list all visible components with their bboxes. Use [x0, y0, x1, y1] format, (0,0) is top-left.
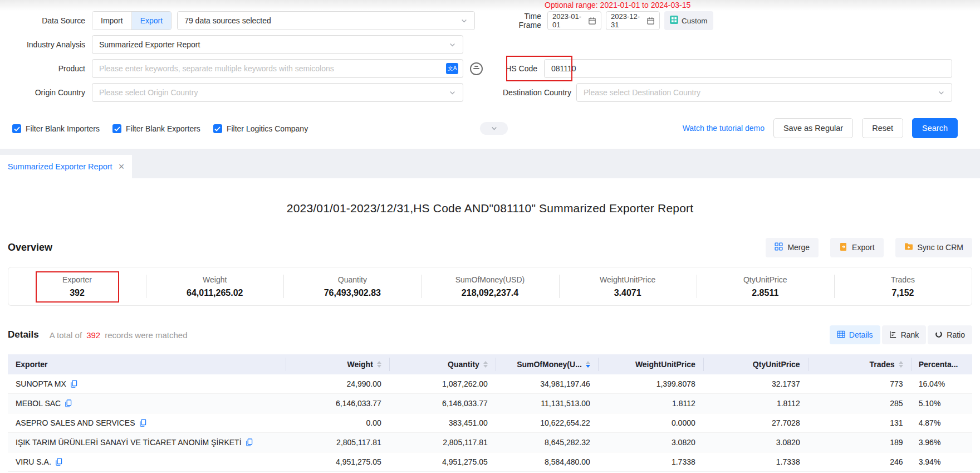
- cell-trades: 246: [808, 452, 911, 471]
- export-label: Export: [852, 243, 874, 252]
- cell-exporter: ASEPRO SALES AND SERVICES: [8, 413, 286, 432]
- folder-sync-icon: [904, 242, 913, 252]
- filter-blank-importers-checkbox[interactable]: Filter Blank Importers: [12, 124, 100, 133]
- export-toggle-button[interactable]: Export: [131, 12, 171, 30]
- sort-asc-caret[interactable]: [483, 361, 488, 364]
- checkbox-checked-icon: [12, 124, 21, 133]
- view-ratio-button[interactable]: Ratio: [928, 325, 972, 344]
- column-header-label: Exporter: [16, 360, 48, 369]
- hs-code-input[interactable]: [544, 59, 952, 78]
- industry-analysis-label: Industry Analysis: [0, 40, 92, 49]
- stat-value: 2.8511: [752, 288, 778, 298]
- sort-desc-caret[interactable]: [899, 365, 903, 368]
- copy-icon[interactable]: [139, 419, 146, 427]
- exporter-name[interactable]: VIRU S.A.: [16, 457, 51, 466]
- copy-icon[interactable]: [246, 438, 253, 446]
- sort-carets[interactable]: [377, 361, 381, 368]
- checkbox-checked-icon: [213, 124, 222, 133]
- stat-value: 3.4071: [614, 288, 641, 298]
- destination-country-select[interactable]: Please select Destination Country: [576, 83, 952, 102]
- sort-carets[interactable]: [586, 361, 590, 368]
- cell-weight_unit_price: 1.8112: [598, 394, 703, 413]
- cell-weight_unit_price: 1.7338: [598, 452, 703, 471]
- sort-asc-caret[interactable]: [586, 361, 590, 364]
- import-toggle-button[interactable]: Import: [92, 12, 131, 30]
- sort-carets[interactable]: [483, 361, 488, 368]
- view-rank-button[interactable]: Rank: [882, 325, 927, 344]
- sort-desc-caret[interactable]: [586, 365, 590, 368]
- tab-summarized-exporter-report[interactable]: Summarized Exporter Report ×: [0, 155, 132, 178]
- view-details-label: Details: [849, 330, 873, 339]
- end-date-input[interactable]: 2023-12-31: [606, 11, 660, 30]
- industry-analysis-select[interactable]: Summarized Exporter Report: [92, 35, 463, 54]
- column-header-sum_of_money[interactable]: SumOfMoney(U...: [496, 354, 598, 374]
- details-heading: Details: [8, 329, 39, 340]
- merge-button[interactable]: Merge: [766, 238, 819, 257]
- cell-trades: 285: [808, 394, 911, 413]
- optional-range-note: Optional range: 2021-01-01 to 2024-03-15: [545, 1, 690, 9]
- sort-carets[interactable]: [899, 361, 903, 368]
- sort-desc-caret[interactable]: [483, 365, 488, 368]
- circle-equal-icon[interactable]: [470, 62, 483, 75]
- search-button[interactable]: Search: [912, 118, 958, 138]
- column-header-quantity[interactable]: Quantity: [389, 354, 496, 374]
- column-header-label: QtyUnitPrice: [753, 360, 800, 369]
- search-filter-form: Optional range: 2021-01-01 to 2024-03-15…: [0, 0, 980, 149]
- save-as-regular-button[interactable]: Save as Regular: [773, 118, 853, 138]
- export-button[interactable]: Export: [830, 238, 883, 257]
- overview-stats: Exporter392Weight64,011,265.02Quantity76…: [8, 267, 972, 306]
- sort-desc-caret[interactable]: [377, 365, 381, 368]
- stat-label: Trades: [891, 275, 915, 284]
- filter-blank-exporters-checkbox[interactable]: Filter Blank Exporters: [112, 124, 200, 133]
- stat-label: Weight: [203, 275, 227, 284]
- merge-grid-icon: [775, 242, 783, 252]
- calendar-icon: [588, 17, 596, 25]
- reset-button[interactable]: Reset: [862, 118, 903, 138]
- report-content: 2023/01/01-2023/12/31,HS Code AND"081110…: [0, 202, 980, 472]
- cell-qty_unit_price: 1.7338: [703, 452, 808, 471]
- exporter-name[interactable]: IŞIK TARIM ÜRÜNLERİ SANAYİ VE TİCARET AN…: [16, 438, 242, 447]
- stat-cell-exporter: Exporter392: [8, 267, 146, 305]
- tutorial-demo-link[interactable]: Watch the tutorial demo: [683, 124, 765, 133]
- exporter-name[interactable]: SUNOPTA MX: [16, 379, 66, 388]
- cell-trades: 189: [808, 433, 911, 452]
- origin-country-select[interactable]: Please select Origin Country: [92, 83, 463, 102]
- overview-actions: Merge Export Sync to CRM: [766, 238, 972, 257]
- column-header-weight[interactable]: Weight: [286, 354, 389, 374]
- sort-asc-caret[interactable]: [377, 361, 381, 364]
- start-date-input[interactable]: 2023-01-01: [547, 11, 601, 30]
- chevron-down-icon: [491, 125, 498, 132]
- chevron-down-icon: [460, 17, 468, 25]
- cell-qty_unit_price: 32.1737: [703, 374, 808, 393]
- view-ratio-label: Ratio: [947, 330, 965, 339]
- copy-icon[interactable]: [65, 399, 72, 407]
- exporter-name[interactable]: ASEPRO SALES AND SERVICES: [16, 418, 135, 427]
- merge-label: Merge: [787, 243, 810, 252]
- collapse-form-button[interactable]: [480, 122, 508, 135]
- sync-to-crm-button[interactable]: Sync to CRM: [895, 238, 972, 257]
- sort-asc-caret[interactable]: [899, 361, 903, 364]
- cell-sum_of_money: 10,622,654.22: [496, 413, 598, 432]
- copy-icon[interactable]: [55, 458, 62, 466]
- copy-icon[interactable]: [70, 380, 77, 388]
- table-row: SUNOPTA MX24,990.001,087,262.0034,981,19…: [8, 374, 972, 394]
- cell-quantity: 2,805,117.81: [389, 433, 496, 452]
- product-keywords-input[interactable]: [92, 59, 463, 78]
- destination-country-label: Destination Country: [503, 88, 576, 97]
- stat-value: 7,152: [891, 288, 914, 298]
- custom-range-button[interactable]: Custom: [664, 11, 713, 30]
- cell-percentage: 16.04%: [911, 374, 972, 393]
- form-actions: Watch the tutorial demo Save as Regular …: [683, 118, 958, 138]
- filter-logitics-company-checkbox[interactable]: Filter Logitics Company: [213, 124, 308, 133]
- column-header-trades[interactable]: Trades: [808, 354, 911, 374]
- cell-percentage: 5.10%: [911, 394, 972, 413]
- translate-icon[interactable]: 文A: [446, 63, 458, 74]
- close-icon[interactable]: ×: [119, 162, 125, 172]
- exporter-name[interactable]: MEBOL SAC: [16, 399, 61, 408]
- product-input-wrap: 文A: [92, 59, 463, 78]
- view-details-button[interactable]: Details: [830, 325, 880, 344]
- data-sources-select[interactable]: 79 data sources selected: [177, 11, 475, 30]
- stat-value: 392: [70, 288, 85, 298]
- destination-country-placeholder: Please select Destination Country: [584, 88, 933, 97]
- cell-qty_unit_price: 1.8112: [703, 394, 808, 413]
